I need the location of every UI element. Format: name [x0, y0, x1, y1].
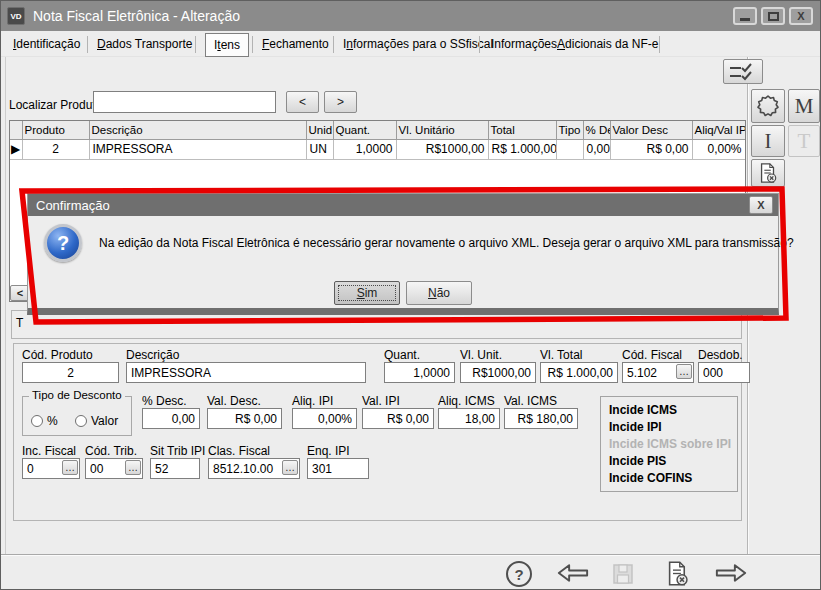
desconto-percent-radio[interactable]: % [31, 414, 58, 428]
desdob-field[interactable] [698, 362, 750, 383]
maximize-button[interactable] [761, 7, 785, 25]
tab-informacoes-ssfiscal[interactable]: Informações para o SSfiscal [343, 31, 493, 57]
next-record-button[interactable]: > [324, 91, 357, 113]
previous-record-button[interactable]: < [286, 91, 319, 113]
column-header-total: Total [488, 121, 556, 139]
cod-trib-label: Cód. Trib. [85, 444, 137, 458]
cell-unid: UN [306, 139, 333, 159]
tab-fechamento[interactable]: Fechamento [262, 31, 329, 57]
nao-button[interactable]: Não [406, 281, 472, 305]
m-button[interactable]: M [788, 89, 820, 123]
save-floppy-icon [611, 562, 635, 586]
window-titlebar: VD Nota Fiscal Eletrônica - Alteração X [1, 1, 820, 31]
vl-unit-label: Vl. Unit. [460, 348, 502, 362]
tab-divider [333, 36, 334, 53]
tab-divider [195, 36, 196, 53]
tipo-desconto-title: Tipo de Desconto [29, 389, 125, 401]
radio-icon [31, 415, 43, 427]
cell-descricao: IMPRESSORA [89, 139, 306, 159]
cell-vl-unitario: R$1000,00 [396, 139, 488, 159]
arrow-left-icon [554, 564, 592, 582]
incide-icms-label: Incide ICMS [609, 402, 737, 419]
tab-itens[interactable]: Itens [205, 33, 249, 57]
incide-pis-label: Incide PIS [609, 453, 737, 470]
help-button[interactable]: ? [505, 560, 533, 588]
vl-unit-field[interactable] [460, 362, 536, 383]
descricao-field[interactable] [126, 362, 366, 383]
checklist-button[interactable] [723, 59, 763, 84]
cod-produto-label: Cód. Produto [22, 348, 93, 362]
quant-field[interactable] [384, 362, 455, 383]
help-icon: ? [506, 561, 532, 587]
quant-label: Quant. [384, 348, 420, 362]
minimize-icon [740, 18, 750, 21]
dialog-titlebar: Confirmação X [28, 194, 778, 216]
app-logo-icon: VD [7, 7, 25, 25]
vl-total-field[interactable] [540, 362, 618, 383]
panel-edge [5, 57, 6, 554]
localizar-produto-input[interactable] [93, 91, 276, 113]
clas-fiscal-lookup-button[interactable]: … [282, 460, 298, 475]
val-ipi-field[interactable] [362, 408, 434, 429]
save-button-disabled [609, 561, 637, 587]
close-button[interactable]: X [789, 7, 813, 25]
tab-identificacao[interactable]: Identificação [13, 31, 80, 57]
inc-fiscal-wrap: … [22, 458, 80, 479]
cell-quant: 1,0000 [333, 139, 396, 159]
enq-ipi-field[interactable] [307, 458, 369, 479]
localizar-produto-label: Localizar Produto [9, 98, 102, 112]
column-header-tipo: Tipo [556, 121, 583, 139]
tab-dados-transporte[interactable]: Dados Transporte [97, 31, 192, 57]
desdob-label: Desdob. [698, 348, 743, 362]
inc-fiscal-lookup-button[interactable]: … [62, 460, 78, 475]
window-controls: X [733, 7, 813, 25]
dialog-close-button[interactable]: X [749, 196, 773, 214]
nav-forward-button[interactable] [711, 562, 751, 584]
incide-cofins-label: Incide COFINS [609, 470, 737, 487]
column-header-perc-desc: % De [583, 121, 610, 139]
cancel-document-side-button[interactable] [751, 159, 785, 187]
cod-produto-field[interactable] [22, 362, 119, 383]
question-icon: ? [44, 224, 82, 262]
seal-icon [756, 94, 780, 118]
nav-back-button[interactable] [553, 562, 593, 584]
vl-total-label: Vl. Total [540, 348, 582, 362]
document-x-icon [664, 560, 691, 587]
cell-total: R$ 1.000,00 [488, 139, 556, 159]
clas-fiscal-wrap: … [208, 458, 300, 479]
val-icms-field[interactable] [504, 408, 578, 429]
cell-produto: 2 [22, 139, 89, 159]
arrow-right-icon [712, 564, 750, 582]
cell-tipo [556, 139, 583, 159]
val-desc-field[interactable] [207, 408, 282, 429]
cod-fiscal-wrap: … [622, 362, 694, 383]
minimize-button[interactable] [733, 7, 757, 25]
m-letter: M [795, 94, 814, 119]
i-button[interactable]: I [751, 125, 785, 157]
sim-button[interactable]: Sim [334, 281, 400, 305]
item-form-panel: Cód. Produto Descrição Quant. Vl. Unit. … [13, 343, 742, 521]
cod-trib-lookup-button[interactable]: … [125, 460, 141, 475]
dialog-title: Confirmação [36, 198, 110, 213]
aliq-ipi-label: Aliq. IPI [292, 394, 333, 408]
desconto-valor-radio[interactable]: Valor [75, 414, 118, 428]
tipo-desconto-groupbox: Tipo de Desconto % Valor [22, 396, 132, 436]
cod-fiscal-lookup-button[interactable]: … [676, 364, 692, 379]
tab-informacoes-adicionais-nfe[interactable]: Informações Adicionais da NF-e [491, 31, 658, 57]
incide-list: Incide ICMS Incide IPI Incide ICMS sobre… [600, 396, 738, 492]
t-letter: T [798, 129, 811, 154]
dialog-message: Na edição da Nota Fiscal Eletrônica é ne… [99, 236, 794, 250]
seal-button[interactable] [751, 89, 785, 123]
incide-icms-sobre-ipi-label: Incide ICMS sobre IPI [609, 436, 737, 453]
grid-header-row: Produto Descrição Unid Quant. Vl. Unitár… [10, 121, 745, 139]
aliq-ipi-field[interactable] [292, 408, 357, 429]
perc-desc-field[interactable] [142, 408, 200, 429]
cancel-document-button[interactable] [661, 558, 693, 588]
perc-desc-label: % Desc. [142, 394, 187, 408]
sit-trib-ipi-field[interactable] [150, 458, 200, 479]
sit-trib-ipi-label: Sit Trib IPI [150, 444, 205, 458]
close-icon: X [797, 11, 804, 22]
descricao-label: Descrição [126, 348, 179, 362]
table-row[interactable]: ▶ 2 IMPRESSORA UN 1,0000 R$1000,00 R$ 1.… [10, 139, 745, 159]
aliq-icms-field[interactable] [438, 408, 500, 429]
